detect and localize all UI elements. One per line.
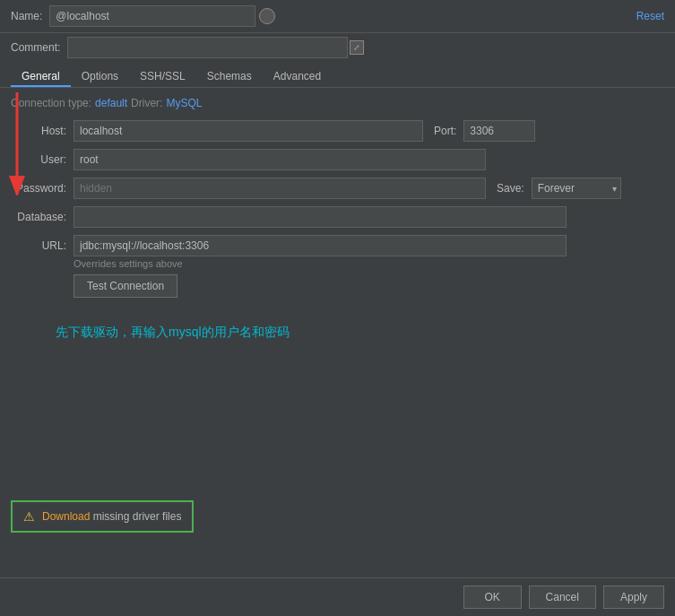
reset-link[interactable]: Reset [636, 10, 664, 22]
dialog: Name: Reset Comment: ⤢ General Options S… [0, 0, 675, 616]
apply-button[interactable]: Apply [603, 586, 664, 609]
name-circle-btn[interactable] [259, 8, 275, 24]
main-content: Connection type: default Driver: MySQL H… [0, 88, 675, 577]
tab-options[interactable]: Options [71, 65, 129, 87]
save-label: Save: [497, 182, 524, 195]
connection-type-bar: Connection type: default Driver: MySQL [11, 97, 664, 109]
comment-label: Comment: [11, 41, 60, 54]
port-input[interactable] [463, 120, 535, 142]
url-label: URL: [11, 239, 74, 252]
host-row: Host: Port: [11, 120, 664, 142]
host-input[interactable] [74, 120, 423, 142]
tab-advanced[interactable]: Advanced [263, 65, 332, 87]
download-missing-text: missing driver files [90, 510, 181, 523]
red-arrow-icon [4, 88, 30, 195]
database-input[interactable] [74, 206, 567, 228]
download-banner: ⚠ Download missing driver files [11, 500, 194, 533]
chinese-note: 先下载驱动，再输入mysql的用户名和密码 [56, 325, 664, 341]
tab-schemas[interactable]: Schemas [196, 65, 263, 87]
password-input[interactable] [74, 178, 486, 199]
url-row: URL: [11, 235, 664, 256]
test-connection-button[interactable]: Test Connection [74, 274, 177, 298]
port-label: Port: [434, 125, 456, 137]
tab-sshssl[interactable]: SSH/SSL [129, 65, 196, 87]
comment-row: Comment: ⤢ [0, 33, 675, 62]
url-input[interactable] [74, 235, 567, 256]
name-label: Name: [11, 10, 42, 22]
ok-button[interactable]: OK [463, 586, 522, 609]
expand-btn[interactable]: ⤢ [350, 40, 364, 55]
database-row: Database: [11, 206, 664, 228]
user-row: User: [11, 149, 664, 170]
name-input[interactable] [49, 5, 255, 27]
save-group: Save: Forever Never Until restart [497, 178, 621, 199]
connection-type-value: default [95, 97, 127, 109]
comment-input[interactable] [67, 37, 348, 58]
database-label: Database: [11, 211, 74, 223]
overrides-text: Overrides settings above [74, 258, 664, 269]
tabs-bar: General Options SSH/SSL Schemas Advanced [0, 65, 675, 88]
user-input[interactable] [74, 149, 486, 170]
warning-icon: ⚠ [23, 509, 35, 524]
tab-general[interactable]: General [11, 65, 71, 87]
download-link[interactable]: Download [42, 510, 90, 523]
driver-value: MySQL [166, 97, 202, 109]
footer: OK Cancel Apply [0, 577, 675, 616]
port-group: Port: [434, 120, 535, 142]
save-select-wrapper: Forever Never Until restart [532, 178, 621, 199]
name-row: Name: Reset [0, 0, 675, 33]
save-select[interactable]: Forever Never Until restart [532, 178, 621, 199]
password-row: Password: Save: Forever Never Until rest… [11, 178, 664, 199]
cancel-button[interactable]: Cancel [529, 586, 596, 609]
driver-label: Driver: [131, 97, 162, 109]
